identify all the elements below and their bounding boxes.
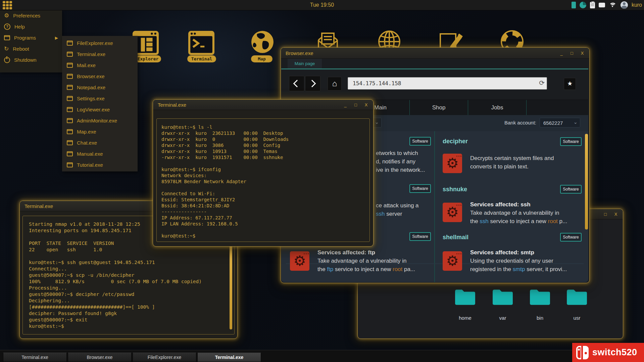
menu-item-preferences[interactable]: ⚙Preferences	[0, 10, 62, 21]
card-description: the ssh service to inject a new root p..…	[470, 218, 567, 225]
card-partial-description: ce attack using a	[376, 202, 419, 209]
window-icon	[67, 85, 73, 90]
programs-submenu: FileExplorer.exe Terminal.exe Mail.exe B…	[62, 36, 138, 171]
card-title-sshnuke[interactable]: sshnuke	[443, 186, 467, 193]
terminal-titlebar[interactable]: Terminal.exe _ □ X	[153, 100, 373, 110]
submenu-item-label: Mail.exe	[77, 62, 96, 68]
menu-item-shutdown[interactable]: Shutdown	[0, 54, 62, 65]
submenu-item-notepad[interactable]: Notepad.exe	[62, 82, 138, 93]
browser-scrollbar[interactable]	[585, 134, 588, 229]
battery-icon[interactable]	[572, 2, 576, 8]
card-description: Decrypts certain system files and	[470, 155, 554, 162]
window-icon	[67, 63, 73, 68]
menu-item-help[interactable]: ?Help	[0, 21, 62, 32]
card-title-decipher[interactable]: decipher	[443, 138, 468, 145]
submenu-item-mail[interactable]: Mail.exe	[62, 60, 138, 71]
card-partial-description: etworks to which d, notifies if any ive …	[376, 149, 425, 174]
maximize-button[interactable]: □	[603, 212, 608, 217]
window-icon	[67, 107, 73, 112]
back-button[interactable]	[289, 76, 304, 91]
submenu-item-chat[interactable]: Chat.exe	[62, 137, 138, 148]
terminal-body: kuro@test:~$ ls -l drwxr-xr-x kuro 23621…	[156, 118, 370, 242]
resource-pie-icon[interactable]	[580, 2, 586, 8]
folder-icon	[492, 288, 513, 306]
url-input[interactable]	[348, 77, 547, 90]
terminal-output[interactable]: kuro@test:~$ ls -l drwxr-xr-x kuro 23621…	[161, 124, 289, 239]
submenu-item-map[interactable]: Map.exe	[62, 126, 138, 137]
help-icon: ?	[4, 23, 10, 30]
browser-tab-main-page[interactable]: Main page	[288, 59, 322, 68]
submenu-item-settings[interactable]: Settings.exe	[62, 93, 138, 104]
folder-usr[interactable]	[566, 288, 588, 308]
close-button[interactable]: X	[613, 212, 618, 217]
forward-button[interactable]	[305, 76, 320, 91]
card-title-shellmail[interactable]: shellmail	[443, 234, 468, 241]
map-icon-label: Map	[251, 55, 273, 62]
menu-item-programs[interactable]: Programs▶	[0, 32, 62, 43]
submenu-item-logviewer[interactable]: LogViewer.exe	[62, 104, 138, 115]
submenu-item-label: FileExplorer.exe	[77, 40, 113, 46]
taskbar-item-fileexplorer[interactable]: FileExplorer.exe	[133, 353, 196, 362]
terminal-window-main: Terminal.exe _ □ X kuro@test:~$ ls -l dr…	[153, 99, 374, 247]
taskbar-item-terminal-1[interactable]: Terminal.exe	[3, 353, 67, 362]
reload-icon[interactable]: ⟳	[539, 79, 545, 87]
user-avatar[interactable]	[621, 1, 628, 9]
submenu-item-label: AdminMonitor.exe	[77, 118, 117, 123]
browser-title: Browser.exe	[286, 50, 313, 56]
submenu-item-browser[interactable]: Browser.exe	[62, 71, 138, 82]
submenu-item-tutorial[interactable]: Tutorial.exe	[62, 159, 138, 170]
software-badge: Software	[560, 185, 582, 194]
maximize-button[interactable]: □	[569, 51, 574, 56]
maximize-button[interactable]: □	[353, 102, 358, 107]
reboot-icon: ↻	[4, 45, 9, 52]
window-icon	[67, 96, 73, 101]
bank-account-dropdown[interactable]: 6562227⌄	[540, 118, 580, 127]
folder-home[interactable]	[454, 288, 476, 308]
folder-label: var	[488, 315, 518, 321]
software-badge: Software	[409, 184, 431, 193]
terminal-scrollbar[interactable]	[230, 246, 232, 329]
wifi-icon[interactable]	[609, 2, 617, 8]
window-icon	[67, 140, 73, 145]
submenu-item-adminmonitor[interactable]: AdminMonitor.exe	[62, 115, 138, 126]
watermark-text: switch520	[592, 347, 637, 358]
window-icon	[67, 129, 73, 134]
menu-item-reboot[interactable]: ↻Reboot	[0, 43, 62, 54]
menu-item-label: Reboot	[13, 46, 29, 52]
browser-titlebar[interactable]: Browser.exe _ □ X	[281, 48, 589, 59]
system-tray: kuro	[572, 0, 642, 10]
folder-icon	[454, 288, 476, 306]
page-tab-jobs[interactable]: Jobs	[468, 100, 527, 115]
column-divider	[434, 131, 435, 282]
desktop-icon-terminal[interactable]	[187, 30, 216, 57]
minimize-button[interactable]: _	[343, 102, 348, 107]
taskbar-item-terminal-2[interactable]: Terminal.exe	[197, 353, 261, 362]
minimize-button[interactable]: _	[559, 51, 564, 56]
page-tab-shop[interactable]: Shop	[409, 100, 468, 115]
terminal-icon-label: Terminal	[187, 55, 216, 62]
taskbar-item-browser[interactable]: Browser.exe	[68, 353, 132, 362]
gear-icon: ⚙	[4, 12, 9, 19]
clipboard-icon[interactable]	[590, 2, 595, 8]
home-button[interactable]: ⌂	[328, 77, 342, 91]
submenu-item-fileexplorer[interactable]: FileExplorer.exe	[62, 38, 138, 49]
taskbar: Terminal.exe Browser.exe FileExplorer.ex…	[0, 350, 644, 362]
folder-bin[interactable]	[529, 288, 551, 308]
username[interactable]: kuro	[632, 2, 642, 8]
bookmark-button[interactable]: ★	[564, 78, 576, 90]
submenu-item-terminal[interactable]: Terminal.exe	[62, 49, 138, 60]
desktop-icon-map[interactable]	[250, 30, 275, 56]
submenu-item-label: LogViewer.exe	[77, 107, 110, 112]
chat-icon[interactable]	[599, 3, 605, 7]
submenu-item-label: Map.exe	[77, 129, 96, 135]
forward-icon	[308, 80, 316, 88]
home-icon: ⌂	[332, 79, 337, 88]
watermark: switch520	[572, 343, 644, 362]
bank-account-value: 6562227	[543, 120, 563, 126]
close-button[interactable]: X	[364, 102, 368, 107]
submenu-item-manual[interactable]: Manual.exe	[62, 148, 138, 159]
close-button[interactable]: X	[580, 51, 585, 56]
submenu-item-label: Manual.exe	[77, 151, 103, 157]
folder-var[interactable]	[492, 288, 513, 308]
card-partial-description: ssh server	[376, 211, 402, 217]
